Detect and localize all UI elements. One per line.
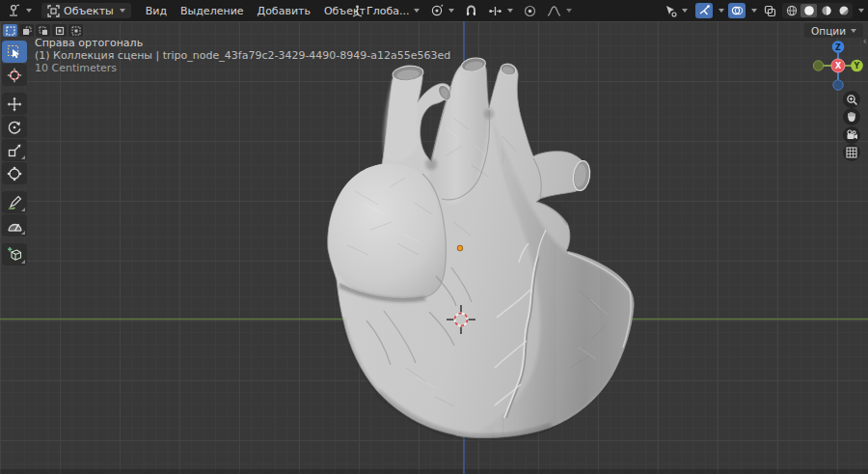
mode-dropdown[interactable]: Объекты bbox=[41, 3, 131, 18]
measure-tool-icon bbox=[7, 218, 22, 234]
chevron-down-icon bbox=[120, 9, 125, 13]
mode-label: Объекты bbox=[64, 5, 114, 17]
shading-mode-group bbox=[782, 3, 853, 18]
select-subtract-icon bbox=[39, 26, 48, 36]
menu-select[interactable]: Выделение bbox=[174, 2, 251, 20]
gizmo-axis-z[interactable]: Z bbox=[832, 41, 845, 53]
options-dropdown[interactable]: Опции bbox=[804, 23, 863, 38]
camera-view-button[interactable] bbox=[843, 126, 860, 144]
chevron-down-icon[interactable] bbox=[719, 9, 724, 13]
select-mode-invert[interactable] bbox=[52, 24, 67, 37]
tool-cursor[interactable] bbox=[2, 64, 27, 86]
menu-add[interactable]: Добавить bbox=[251, 2, 317, 20]
orientation-dropdown[interactable]: Глоба... bbox=[347, 3, 423, 19]
material-icon bbox=[821, 5, 832, 16]
xray-toggle[interactable] bbox=[761, 3, 778, 18]
editor-type-button[interactable] bbox=[3, 2, 36, 19]
tool-select-box[interactable] bbox=[2, 41, 27, 63]
gizmo-axis-neg-y[interactable] bbox=[813, 61, 823, 70]
orientation-label: Глоба... bbox=[366, 5, 409, 17]
navigation-gizmo[interactable]: Z Y X bbox=[813, 41, 863, 91]
show-overlays-toggle[interactable] bbox=[728, 3, 746, 18]
tool-move[interactable] bbox=[2, 93, 27, 115]
pivot-dropdown[interactable] bbox=[426, 2, 458, 19]
chevron-down-icon bbox=[448, 9, 454, 13]
falloff-curve-icon bbox=[547, 5, 561, 17]
select-mode-subtract[interactable] bbox=[36, 24, 50, 37]
chevron-down-icon bbox=[414, 9, 420, 13]
sidebar-toggle-arrow[interactable]: ‹ bbox=[863, 35, 867, 47]
display-controls bbox=[660, 0, 864, 21]
snap-target-icon bbox=[488, 5, 502, 17]
rotate-tool-icon bbox=[7, 120, 22, 135]
3d-viewport[interactable] bbox=[0, 21, 868, 474]
shading-wireframe-button[interactable] bbox=[783, 4, 800, 17]
select-mode-intersect[interactable] bbox=[68, 24, 83, 37]
ortho-toggle-button[interactable] bbox=[843, 144, 860, 161]
select-mode-row bbox=[3, 24, 83, 37]
svg-text:Y: Y bbox=[854, 62, 860, 70]
shading-solid-button[interactable] bbox=[800, 4, 817, 17]
gizmo-axis-neg-z[interactable] bbox=[833, 80, 843, 90]
chevron-down-icon bbox=[682, 9, 688, 13]
transform-controls: Глоба... bbox=[347, 0, 576, 21]
rendered-icon bbox=[838, 5, 850, 16]
shading-rendered-button[interactable] bbox=[835, 4, 852, 17]
select-set-icon bbox=[6, 26, 15, 36]
chevron-down-icon[interactable] bbox=[858, 9, 864, 13]
zoom-button[interactable] bbox=[843, 91, 860, 108]
svg-text:Z: Z bbox=[835, 43, 841, 52]
zoom-icon bbox=[846, 94, 858, 106]
xray-icon bbox=[764, 5, 776, 17]
menu-bar: Вид Выделение Добавить Объект bbox=[139, 2, 372, 20]
scale-tool-icon bbox=[7, 143, 22, 158]
pan-button[interactable] bbox=[843, 108, 860, 125]
shading-material-button[interactable] bbox=[818, 4, 834, 17]
gizmo-axis-y[interactable]: Y bbox=[851, 60, 863, 72]
grid-scale-label: 10 Centimeters bbox=[35, 62, 450, 74]
chevron-down-icon[interactable] bbox=[751, 9, 757, 13]
object-visibility-icon bbox=[664, 5, 677, 17]
view-name-label: Справа ортогональ bbox=[35, 37, 450, 49]
editor-3d-viewport-icon bbox=[7, 4, 21, 17]
ortho-grid-icon bbox=[846, 147, 857, 158]
add-cube-icon bbox=[7, 246, 23, 263]
axes-icon bbox=[351, 5, 364, 17]
select-extend-icon bbox=[22, 26, 32, 36]
chevron-down-icon bbox=[26, 9, 32, 13]
tool-add-cube[interactable] bbox=[2, 243, 27, 265]
tool-rotate[interactable] bbox=[2, 116, 27, 138]
gizmo-toggle-icon bbox=[698, 5, 710, 16]
object-mode-icon bbox=[47, 5, 60, 17]
tool-transform[interactable] bbox=[2, 162, 27, 184]
gizmo-axis-x[interactable]: X bbox=[831, 59, 845, 72]
overlays-icon bbox=[731, 5, 744, 16]
magnet-icon bbox=[465, 5, 477, 17]
show-gizmos-toggle[interactable] bbox=[695, 3, 713, 18]
tool-measure[interactable] bbox=[2, 214, 27, 237]
select-mode-extend[interactable] bbox=[19, 24, 34, 37]
viewport-info: Справа ортогональ (1) Коллекция сцены | … bbox=[35, 37, 450, 74]
tool-scale[interactable] bbox=[2, 139, 27, 161]
cursor-tool-icon bbox=[7, 68, 22, 83]
select-mode-set[interactable] bbox=[3, 24, 17, 37]
solid-icon bbox=[803, 5, 815, 16]
object-visibility-dropdown[interactable] bbox=[660, 3, 692, 19]
menu-view[interactable]: Вид bbox=[139, 2, 174, 20]
snap-toggle[interactable] bbox=[461, 3, 481, 19]
blender-window: Объекты Вид Выделение Добавить Объект Гл… bbox=[0, 0, 868, 474]
tool-shelf bbox=[2, 41, 28, 266]
svg-text:X: X bbox=[835, 62, 842, 70]
tool-annotate[interactable] bbox=[2, 191, 27, 213]
proportional-edit-toggle[interactable] bbox=[520, 3, 540, 19]
active-collection-label: (1) Коллекция сцены | tripo_node_43fa79c… bbox=[35, 49, 450, 62]
chevron-down-icon bbox=[566, 9, 572, 13]
select-intersect-icon bbox=[71, 26, 81, 36]
falloff-dropdown[interactable] bbox=[543, 3, 576, 19]
pan-hand-icon bbox=[846, 111, 857, 123]
options-label: Опции bbox=[811, 25, 846, 37]
snap-target-dropdown[interactable] bbox=[484, 3, 517, 19]
select-invert-icon bbox=[55, 26, 65, 36]
move-tool-icon bbox=[7, 97, 22, 112]
annotate-pen-icon bbox=[7, 195, 22, 210]
